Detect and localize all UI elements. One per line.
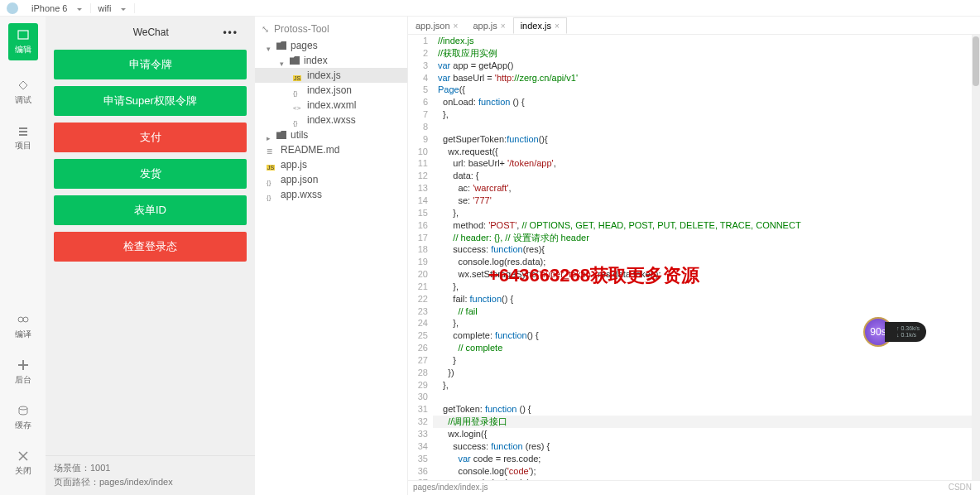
svg-rect-1 [19, 127, 27, 129]
project-name[interactable]: Protoss-Tool [255, 20, 407, 38]
file-icon [267, 190, 276, 199]
network-select[interactable]: wifi [91, 3, 135, 13]
code-line[interactable]: }, [438, 207, 980, 219]
file-icon [267, 175, 276, 184]
code-line[interactable]: //调用登录接口 [438, 416, 980, 428]
caret-icon [267, 132, 273, 138]
code-area[interactable]: 1234567891011121314151617181920212223242… [408, 35, 980, 480]
nav-close[interactable]: 关闭 [15, 449, 31, 477]
code-line[interactable]: // fail [438, 305, 980, 318]
code-line[interactable]: //获取应用实例 [438, 47, 980, 60]
code-line[interactable] [438, 121, 980, 133]
code-line[interactable]: //index.js [438, 35, 980, 47]
folder-icon [290, 56, 300, 65]
nav-project-label: 项目 [15, 141, 31, 150]
code-line[interactable]: wx.login({ [438, 428, 980, 440]
tree-folder[interactable]: index [255, 53, 407, 68]
code-line[interactable]: success: function (res) { [438, 440, 980, 453]
tree-file[interactable]: README.md [255, 142, 407, 157]
tab-close-icon[interactable]: × [555, 22, 560, 31]
code-lines[interactable]: //index.js//获取应用实例var app = getApp()var … [433, 35, 980, 480]
path-value: pages/index/index [99, 477, 173, 487]
code-line[interactable]: getSuperToken:function(){ [438, 133, 980, 146]
sim-button[interactable]: 支付 [54, 123, 247, 152]
tree-file[interactable]: app.json [255, 172, 407, 187]
code-line[interactable]: }, [438, 281, 980, 293]
nav-compile-label: 编译 [15, 329, 31, 339]
code-line[interactable]: wx.setStorageSync('super_token', res.dat… [438, 268, 980, 281]
editor-tab[interactable]: app.json× [408, 17, 465, 34]
tree-folder[interactable]: utils [255, 127, 407, 142]
editor-tab[interactable]: index.js× [513, 17, 567, 34]
avatar-dot [7, 2, 18, 14]
nav-cache[interactable]: 缓存 [15, 404, 31, 431]
nav-debug-label: 调试 [15, 95, 31, 104]
sim-button[interactable]: 发货 [54, 159, 247, 189]
sim-button[interactable]: 表单ID [54, 195, 247, 225]
sim-button[interactable]: 申请Super权限令牌 [54, 86, 247, 116]
code-line[interactable]: url: baseUrl+ '/token/app', [438, 157, 980, 170]
tree-file[interactable]: index.js [255, 68, 407, 83]
tree-file[interactable]: index.json [255, 83, 407, 98]
editor-status-bar: pages/index/index.js [408, 480, 980, 495]
nav-edit-label: 编辑 [15, 45, 31, 54]
nav-edit[interactable]: 编辑 [8, 23, 38, 60]
code-line[interactable]: getToken: function () { [438, 403, 980, 416]
compile-icon [17, 313, 30, 326]
sim-footer: 场景值：1001 页面路径：pages/index/index [46, 455, 255, 495]
code-line[interactable]: console.log('code'); [438, 465, 980, 478]
editor-tab[interactable]: app.js× [465, 17, 512, 34]
file-icon [293, 86, 303, 94]
code-line[interactable]: }) [438, 367, 980, 379]
tree-label: index.json [307, 84, 352, 96]
tree-file[interactable]: index.wxml [255, 98, 407, 113]
floating-badge[interactable]: 90s ↑ 0.36k/s ↓ 0.1k/s [863, 317, 926, 347]
code-line[interactable]: Page({ [438, 84, 980, 96]
code-line[interactable]: var baseUrl = 'http://zerg.cn/api/v1' [438, 72, 980, 84]
code-line[interactable]: data: { [438, 170, 980, 182]
tab-label: index.js [521, 21, 551, 31]
tree-folder[interactable]: pages [255, 38, 407, 53]
code-line[interactable]: }, [438, 379, 980, 392]
code-line[interactable]: success: function(res){ [438, 243, 980, 256]
sim-button[interactable]: 检查登录态 [54, 232, 247, 262]
code-line[interactable]: console.log(code); [438, 477, 980, 480]
code-line[interactable]: fail: function() { [438, 293, 980, 305]
code-line[interactable]: var app = getApp() [438, 60, 980, 72]
svg-rect-3 [19, 134, 27, 136]
svg-point-4 [18, 317, 23, 322]
code-line[interactable]: var code = res.code; [438, 453, 980, 465]
tree-file[interactable]: app.js [255, 157, 407, 172]
svg-rect-2 [19, 131, 27, 132]
code-line[interactable]: wx.request({ [438, 146, 980, 158]
code-line[interactable]: } [438, 354, 980, 367]
code-line[interactable]: se: '777' [438, 195, 980, 207]
nav-backend[interactable]: 后台 [15, 358, 31, 386]
nav-close-label: 关闭 [15, 466, 31, 475]
tree-label: README.md [281, 144, 339, 156]
tree-file[interactable]: app.wxss [255, 187, 407, 202]
sim-button[interactable]: 申请令牌 [54, 50, 247, 79]
code-line[interactable]: }, [438, 108, 980, 121]
nav-project[interactable]: 项目 [15, 124, 31, 151]
tree-label: pages [291, 40, 318, 51]
code-line[interactable]: ac: 'warcraft', [438, 182, 980, 195]
tree-file[interactable]: index.wxss [255, 113, 407, 127]
svg-rect-0 [18, 31, 28, 39]
code-line[interactable]: method: 'POST', // OPTIONS, GET, HEAD, P… [438, 219, 980, 232]
file-tree: Protoss-Tool pagesindexindex.jsindex.jso… [255, 17, 408, 495]
sim-more-icon[interactable]: ••• [223, 26, 238, 38]
line-gutter: 1234567891011121314151617181920212223242… [408, 35, 433, 480]
editor-panel: app.json×app.js×index.js× 12345678910111… [408, 17, 980, 495]
file-icon [267, 146, 276, 154]
nav-compile[interactable]: 编译 [15, 313, 31, 340]
nav-debug[interactable]: 调试 [15, 79, 31, 106]
code-line[interactable]: onLoad: function () { [438, 96, 980, 108]
file-icon [293, 116, 303, 124]
tab-close-icon[interactable]: × [454, 22, 459, 31]
code-line[interactable]: // header: {}, // 设置请求的 header [438, 232, 980, 244]
device-select[interactable]: iPhone 6 [25, 3, 91, 13]
code-line[interactable]: console.log(res.data); [438, 256, 980, 268]
tab-close-icon[interactable]: × [501, 22, 506, 31]
code-line[interactable] [438, 391, 980, 403]
